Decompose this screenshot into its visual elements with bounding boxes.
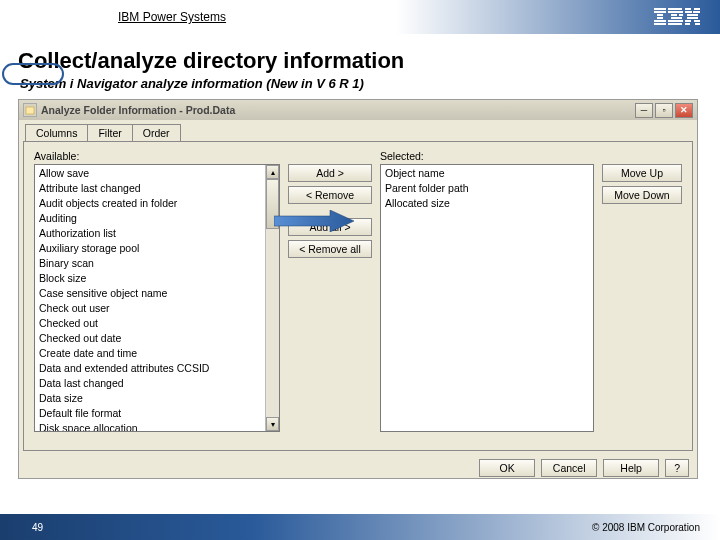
brand-label: IBM Power Systems xyxy=(118,10,226,24)
list-item[interactable]: Parent folder path xyxy=(383,181,577,196)
svg-rect-9 xyxy=(679,14,683,16)
list-item[interactable]: Data size xyxy=(37,391,263,406)
scrollbar[interactable]: ▴ ▾ xyxy=(265,165,279,431)
list-item[interactable]: Data and extended attributes CCSID xyxy=(37,361,263,376)
order-buttons: Move Up Move Down xyxy=(602,150,682,432)
svg-rect-15 xyxy=(685,11,692,13)
svg-rect-16 xyxy=(693,11,700,13)
svg-rect-13 xyxy=(685,8,691,10)
slide-body: Collect/analyze directory information Sy… xyxy=(0,40,720,514)
close-button[interactable]: ✕ xyxy=(675,103,693,118)
tab-panel: Available: Allow saveAttribute last chan… xyxy=(23,141,693,451)
list-item[interactable]: Audit objects created in folder xyxy=(37,196,263,211)
list-item[interactable]: Authorization list xyxy=(37,226,263,241)
svg-rect-1 xyxy=(654,11,666,13)
header-bar: IBM Power Systems xyxy=(0,0,720,34)
maximize-button[interactable]: ▫ xyxy=(655,103,673,118)
list-item[interactable]: Disk space allocation xyxy=(37,421,263,432)
dialog-window: Analyze Folder Information - Prod.Data ─… xyxy=(18,99,698,479)
list-item[interactable]: Binary scan xyxy=(37,256,263,271)
scroll-down-icon[interactable]: ▾ xyxy=(266,417,279,431)
svg-rect-2 xyxy=(657,14,663,16)
svg-rect-5 xyxy=(654,23,666,25)
remove-all-button[interactable]: < Remove all xyxy=(288,240,372,258)
available-listbox[interactable]: Allow saveAttribute last changedAudit ob… xyxy=(34,164,280,432)
svg-rect-20 xyxy=(685,20,691,22)
svg-rect-23 xyxy=(695,23,700,25)
list-item[interactable]: Default file format xyxy=(37,406,263,421)
svg-rect-18 xyxy=(692,14,698,16)
slide-title: Collect/analyze directory information xyxy=(18,48,702,74)
list-item[interactable]: Checked out date xyxy=(37,331,263,346)
scroll-thumb[interactable] xyxy=(266,179,279,229)
add-button[interactable]: Add > xyxy=(288,164,372,182)
svg-rect-10 xyxy=(671,17,682,19)
svg-rect-24 xyxy=(26,107,34,114)
list-item[interactable]: Auxiliary storage pool xyxy=(37,241,263,256)
ok-button[interactable]: OK xyxy=(479,459,535,477)
slide-subtitle: System i Navigator analyze information (… xyxy=(20,76,702,91)
list-item[interactable]: Checked out xyxy=(37,316,263,331)
app-icon xyxy=(23,103,37,117)
svg-rect-19 xyxy=(687,17,698,19)
list-item[interactable]: Create date and time xyxy=(37,346,263,361)
copyright: © 2008 IBM Corporation xyxy=(592,522,700,533)
selected-listbox[interactable]: Object nameParent folder pathAllocated s… xyxy=(380,164,594,432)
available-label: Available: xyxy=(34,150,280,162)
ibm-logo xyxy=(654,8,700,26)
dialog-actions: OK Cancel Help ? xyxy=(19,455,697,481)
list-item[interactable]: Block size xyxy=(37,271,263,286)
svg-rect-22 xyxy=(685,23,690,25)
add-all-button[interactable]: Add all > xyxy=(288,218,372,236)
move-down-button[interactable]: Move Down xyxy=(602,186,682,204)
footer-bar: 49 © 2008 IBM Corporation xyxy=(0,514,720,540)
svg-rect-8 xyxy=(671,14,677,16)
list-item[interactable]: Case sensitive object name xyxy=(37,286,263,301)
svg-rect-7 xyxy=(668,11,683,13)
page-number: 49 xyxy=(32,522,43,533)
list-item[interactable]: Allow save xyxy=(37,166,263,181)
remove-button[interactable]: < Remove xyxy=(288,186,372,204)
list-item[interactable]: Allocated size xyxy=(383,196,577,211)
context-help-button[interactable]: ? xyxy=(665,459,689,477)
svg-rect-3 xyxy=(657,17,663,19)
svg-rect-6 xyxy=(668,8,682,10)
svg-rect-12 xyxy=(668,23,682,25)
list-item[interactable]: Check out user xyxy=(37,301,263,316)
transfer-buttons: Add > < Remove Add all > < Remove all xyxy=(288,150,372,432)
svg-rect-14 xyxy=(694,8,700,10)
tab-filter[interactable]: Filter xyxy=(87,124,132,141)
tab-columns[interactable]: Columns xyxy=(25,124,88,141)
selected-label: Selected: xyxy=(380,150,594,162)
list-item[interactable]: Attribute last changed xyxy=(37,181,263,196)
minimize-button[interactable]: ─ xyxy=(635,103,653,118)
svg-rect-11 xyxy=(668,20,683,22)
window-title: Analyze Folder Information - Prod.Data xyxy=(41,104,633,116)
help-button[interactable]: Help xyxy=(603,459,659,477)
titlebar[interactable]: Analyze Folder Information - Prod.Data ─… xyxy=(19,100,697,120)
available-column: Available: Allow saveAttribute last chan… xyxy=(34,150,280,432)
selected-column: Selected: Object nameParent folder pathA… xyxy=(380,150,594,432)
move-up-button[interactable]: Move Up xyxy=(602,164,682,182)
tab-strip: Columns Filter Order xyxy=(25,124,697,141)
svg-rect-21 xyxy=(694,20,700,22)
cancel-button[interactable]: Cancel xyxy=(541,459,597,477)
svg-rect-4 xyxy=(654,20,666,22)
list-item[interactable]: Auditing xyxy=(37,211,263,226)
tab-order[interactable]: Order xyxy=(132,124,181,141)
list-item[interactable]: Data last changed xyxy=(37,376,263,391)
list-item[interactable]: Object name xyxy=(383,166,577,181)
scroll-up-icon[interactable]: ▴ xyxy=(266,165,279,179)
svg-rect-0 xyxy=(654,8,666,10)
